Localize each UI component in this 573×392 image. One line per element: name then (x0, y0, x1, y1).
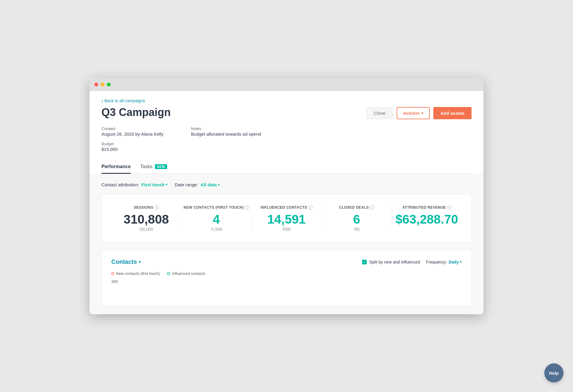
attributed-revenue-label: ATTRIBUTED REVENUE i (392, 205, 462, 210)
attributed-revenue-info-icon[interactable]: i (447, 205, 451, 210)
budget-value: $15,000 (101, 147, 118, 152)
new-contacts-value: 4 (181, 213, 251, 226)
closed-deals-value: 6 (322, 213, 392, 226)
closed-deals-sub: /50 (322, 227, 392, 232)
main-content: Back to all campaigns Q3 Campaign Clone … (90, 91, 483, 314)
notes-label: Notes (191, 126, 472, 131)
legend-dot-teal (167, 272, 170, 275)
created-label: Created (101, 126, 191, 131)
add-assets-button[interactable]: Add assets (433, 107, 472, 119)
contact-attribution-label: Contact attribution: (101, 182, 139, 187)
attributed-revenue-value: $63,288.70 (392, 213, 462, 226)
titlebar (90, 78, 483, 91)
created-field: Created August 26, 2020 by Alana Kelly (101, 126, 191, 137)
tab-tasks[interactable]: Tasks NEW (140, 160, 167, 174)
maximize-button[interactable] (107, 83, 111, 86)
clone-button[interactable]: Clone (366, 107, 393, 119)
contacts-card: Contacts ✓ Split by new and influenced F… (101, 250, 472, 306)
created-value: August 26, 2020 by Alana Kelly (101, 131, 164, 137)
split-checkbox[interactable]: ✓ (362, 260, 367, 264)
budget-label: Budget (101, 142, 191, 146)
contacts-controls: ✓ Split by new and influenced Frequency:… (362, 260, 462, 264)
metric-closed-deals: CLOSED DEALS i 6 /50 (321, 205, 392, 232)
chart-area: 300 (111, 279, 462, 297)
metric-influenced-contacts: INFLUENCED CONTACTS i 14,591 /500 (251, 205, 321, 232)
contacts-header: Contacts ✓ Split by new and influenced F… (111, 258, 462, 265)
new-contacts-sub: /1,500 (181, 227, 251, 232)
header-actions: Clone Actions Add assets (366, 107, 472, 119)
performance-section: Contact attribution: First touch Date ra… (90, 174, 483, 314)
contact-attribution-filter: Contact attribution: First touch (101, 182, 167, 187)
influenced-contacts-sub: /500 (252, 227, 321, 232)
tabs: Performance Tasks NEW (101, 160, 472, 174)
sessions-value: 310,808 (111, 213, 181, 226)
legend-influenced-contacts-label: Influenced contacts (172, 271, 205, 276)
sessions-sub: /20,000 (111, 227, 181, 232)
campaign-header: Q3 Campaign Clone Actions Add assets (101, 106, 472, 119)
sessions-label: SESSIONS i (111, 205, 181, 210)
frequency-dropdown[interactable]: Daily (449, 260, 462, 264)
split-checkbox-label[interactable]: ✓ Split by new and influenced (362, 260, 420, 264)
tab-performance[interactable]: Performance (101, 160, 131, 174)
new-contacts-label: NEW CONTACTS (FIRST TOUCH) i (181, 205, 251, 210)
date-range-label: Date range: (175, 182, 198, 187)
app-window: Back to all campaigns Q3 Campaign Clone … (90, 78, 483, 314)
contact-attribution-dropdown[interactable]: First touch (141, 182, 168, 187)
back-to-campaigns-link[interactable]: Back to all campaigns (101, 98, 145, 103)
meta-grid: Created August 26, 2020 by Alana Kelly N… (101, 126, 472, 152)
frequency-control: Frequency: Daily (426, 260, 462, 264)
metric-attributed-revenue: ATTRIBUTED REVENUE i $63,288.70 (392, 205, 462, 227)
minimize-button[interactable] (101, 83, 104, 86)
new-contacts-info-icon[interactable]: i (245, 205, 249, 210)
contacts-title[interactable]: Contacts (111, 258, 141, 265)
chart-y-label: 300 (111, 279, 118, 284)
legend-new-contacts: New contacts (first touch) (111, 271, 160, 276)
budget-field: Budget $15,000 (101, 142, 191, 152)
campaign-title: Q3 Campaign (101, 106, 171, 119)
sessions-info-icon[interactable]: i (155, 205, 159, 210)
metric-new-contacts: NEW CONTACTS (FIRST TOUCH) i 4 /1,500 (181, 205, 251, 232)
frequency-label: Frequency: (426, 260, 447, 264)
close-button[interactable] (94, 83, 98, 86)
notes-field: Notes Budget allocated towards ad spend (191, 126, 472, 137)
legend-influenced-contacts: Influenced contacts (167, 271, 205, 276)
influenced-contacts-label: INFLUENCED CONTACTS i (252, 205, 321, 210)
actions-button[interactable]: Actions (397, 107, 430, 119)
help-button[interactable]: Help (544, 363, 563, 382)
legend-dot-orange (111, 272, 114, 275)
metrics-card: SESSIONS i 310,808 /20,000 NEW CONTACTS … (101, 194, 472, 243)
split-label: Split by new and influenced (369, 260, 420, 264)
closed-deals-label: CLOSED DEALS i (322, 205, 392, 210)
legend-new-contacts-label: New contacts (first touch) (116, 271, 160, 276)
date-range-filter: Date range: All data (175, 182, 220, 187)
chart-legend: New contacts (first touch) Influenced co… (111, 271, 462, 276)
notes-value: Budget allocated towards ad spend (191, 131, 261, 137)
filters-bar: Contact attribution: First touch Date ra… (101, 182, 472, 187)
tasks-new-badge: NEW (155, 164, 167, 169)
top-section: Back to all campaigns Q3 Campaign Clone … (90, 91, 483, 174)
influenced-contacts-info-icon[interactable]: i (308, 205, 312, 210)
influenced-contacts-value: 14,591 (252, 213, 321, 226)
date-range-dropdown[interactable]: All data (201, 182, 220, 187)
metric-sessions: SESSIONS i 310,808 /20,000 (111, 205, 181, 232)
closed-deals-info-icon[interactable]: i (370, 205, 374, 210)
